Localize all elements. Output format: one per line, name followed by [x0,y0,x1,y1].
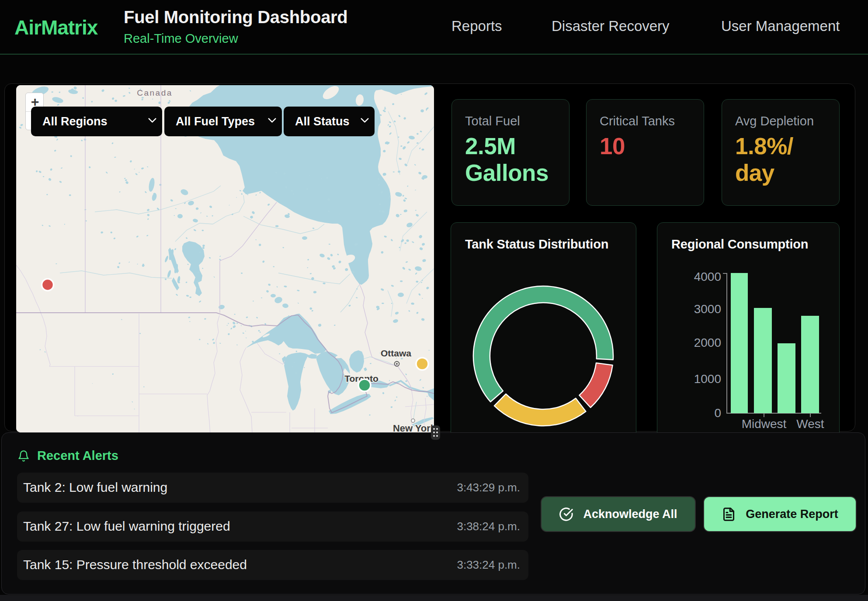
svg-text:4000: 4000 [694,270,721,283]
svg-text:New York: New York [393,423,434,432]
svg-text:Ottawa: Ottawa [381,348,411,358]
svg-text:0: 0 [714,406,721,420]
svg-text:West: West [796,417,824,431]
svg-text:1000: 1000 [694,372,721,386]
svg-text:3000: 3000 [694,302,721,316]
svg-text:Canada: Canada [137,88,173,97]
svg-text:2000: 2000 [694,336,721,349]
svg-text:Midwest: Midwest [742,417,787,431]
